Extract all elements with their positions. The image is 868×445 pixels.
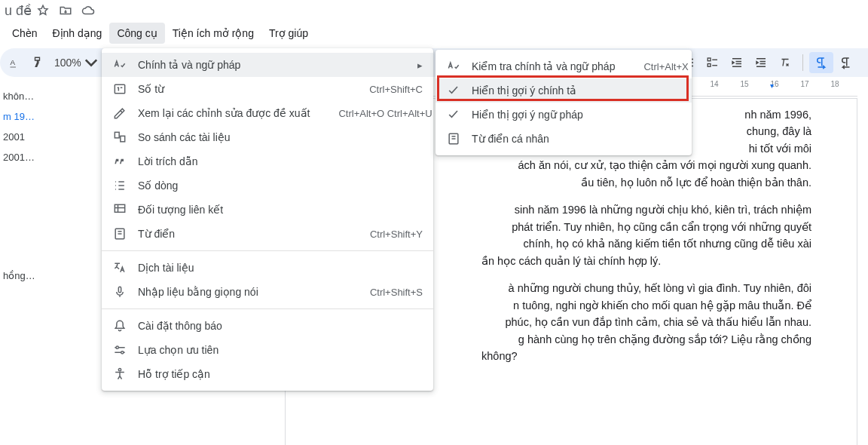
menu-label: Lời trích dẫn bbox=[138, 155, 423, 167]
spellcheck-icon bbox=[112, 57, 127, 72]
submenu-item-personal-dict[interactable]: Từ điển cá nhân bbox=[436, 127, 692, 151]
cloud-status-icon[interactable] bbox=[80, 2, 96, 19]
move-folder-icon[interactable] bbox=[57, 2, 74, 19]
checklist-icon[interactable] bbox=[701, 53, 724, 72]
star-icon[interactable] bbox=[35, 2, 51, 19]
ruler-label: 17 bbox=[800, 80, 808, 88]
menu-item-voice-typing[interactable]: Nhập liệu bằng giọng nói Ctrl+Shift+S bbox=[102, 280, 433, 304]
menu-extensions[interactable]: Tiện ích mở rộng bbox=[165, 23, 261, 44]
menu-tools[interactable]: Công cụ bbox=[109, 23, 164, 44]
svg-rect-2 bbox=[708, 64, 711, 67]
menu-item-preferences[interactable]: Lựa chọn ưu tiên bbox=[102, 338, 433, 362]
mic-icon bbox=[112, 284, 127, 299]
chevron-right-icon: ▸ bbox=[417, 60, 423, 71]
submenu-item-show-grammar[interactable]: Hiển thị gợi ý ngữ pháp bbox=[436, 103, 692, 127]
menu-label: Cài đặt thông báo bbox=[138, 320, 423, 332]
menu-item-linecount[interactable]: Số dòng bbox=[102, 173, 433, 198]
ruler-label: 14 bbox=[710, 80, 718, 88]
paint-format-icon[interactable] bbox=[27, 53, 50, 72]
svg-text:A: A bbox=[11, 58, 16, 66]
outline-item[interactable]: hồng … bbox=[0, 265, 39, 286]
ltr-icon[interactable] bbox=[809, 52, 833, 73]
document-outline: khôn… m 19… 2001 2001 … hồng … bbox=[0, 80, 44, 445]
clear-format-icon[interactable] bbox=[774, 53, 796, 72]
indent-decrease-icon[interactable] bbox=[726, 53, 748, 72]
bell-icon bbox=[112, 318, 127, 333]
menu-item-dictionary[interactable]: Từ điển Ctrl+Shift+Y bbox=[102, 222, 433, 246]
indent-increase-icon[interactable] bbox=[750, 53, 772, 72]
menu-shortcut: Ctrl+Alt+O Ctrl+Alt+U bbox=[320, 108, 432, 119]
tools-menu: Chính tả và ngữ pháp ▸ Số từ Ctrl+Shift+… bbox=[102, 48, 433, 391]
svg-rect-4 bbox=[115, 132, 119, 138]
spellcheck-icon[interactable]: A bbox=[5, 53, 27, 72]
menu-label: Kiểm tra chính tả và ngữ pháp bbox=[472, 60, 615, 72]
svg-point-9 bbox=[116, 346, 118, 348]
svg-rect-1 bbox=[708, 58, 711, 61]
submenu-item-show-spelling[interactable]: Hiển thị gợi ý chính tả bbox=[436, 78, 692, 103]
check-icon bbox=[446, 83, 461, 98]
menu-label: Hỗ trợ tiếp cận bbox=[138, 368, 423, 380]
list-numbered-icon bbox=[112, 178, 127, 193]
menu-label: Từ điển bbox=[138, 228, 341, 240]
menu-shortcut: Ctrl+Shift+Y bbox=[352, 229, 423, 240]
menu-item-wordcount[interactable]: Số từ Ctrl+Shift+C bbox=[102, 77, 433, 101]
menu-label: Chính tả và ngữ pháp bbox=[138, 59, 407, 71]
rtl-icon[interactable] bbox=[835, 53, 857, 72]
menu-item-accessibility[interactable]: Hỗ trợ tiếp cận bbox=[102, 362, 433, 386]
menu-label: Đối tượng liên kết bbox=[138, 204, 423, 216]
spelling-submenu: Kiểm tra chính tả và ngữ pháp Ctrl+Alt+X… bbox=[436, 50, 692, 155]
translate-icon bbox=[112, 260, 127, 275]
menu-item-citations[interactable]: Lời trích dẫn bbox=[102, 149, 433, 173]
compare-icon bbox=[112, 130, 127, 145]
quote-icon bbox=[112, 154, 127, 169]
menu-label: Số dòng bbox=[138, 180, 423, 192]
svg-point-10 bbox=[121, 351, 124, 354]
outline-item[interactable]: 2001 … bbox=[0, 147, 39, 167]
pencil-icon bbox=[112, 106, 127, 121]
check-icon bbox=[446, 107, 461, 122]
dictionary-icon bbox=[446, 131, 461, 146]
wordcount-icon bbox=[112, 81, 127, 97]
menu-item-linked-objects[interactable]: Đối tượng liên kết bbox=[102, 198, 433, 222]
ruler-label: 18 bbox=[830, 80, 839, 88]
menu-label: Hiển thị gợi ý chính tả bbox=[472, 84, 681, 97]
menu-item-notifications[interactable]: Cài đặt thông báo bbox=[102, 314, 433, 338]
titlebar: u đề bbox=[0, 0, 868, 21]
menu-shortcut: Ctrl+Shift+C bbox=[351, 84, 423, 95]
accessibility-icon bbox=[112, 367, 127, 382]
menu-insert[interactable]: Chèn bbox=[5, 23, 44, 44]
menu-help[interactable]: Trợ giúp bbox=[261, 23, 316, 44]
menu-item-translate[interactable]: Dịch tài liệu bbox=[102, 256, 433, 280]
linked-icon bbox=[112, 202, 127, 217]
menu-label: Từ điển cá nhân bbox=[472, 133, 681, 145]
menu-label: So sánh các tài liệu bbox=[138, 131, 423, 143]
svg-point-11 bbox=[118, 369, 121, 371]
svg-rect-8 bbox=[118, 287, 121, 293]
svg-rect-6 bbox=[115, 204, 124, 212]
spellcheck-icon bbox=[446, 59, 461, 74]
menu-label: Hiển thị gợi ý ngữ pháp bbox=[472, 109, 681, 121]
menubar: Chèn Định dạng Công cụ Tiện ích mở rộng … bbox=[0, 21, 868, 45]
dictionary-icon bbox=[112, 226, 127, 241]
menu-item-compare[interactable]: So sánh các tài liệu bbox=[102, 125, 433, 149]
menu-label: Lựa chọn ưu tiên bbox=[138, 344, 423, 356]
outline-item[interactable]: 2001 bbox=[0, 127, 39, 147]
sliders-icon bbox=[112, 342, 127, 358]
outline-item[interactable]: khôn… bbox=[0, 86, 39, 106]
menu-item-review-suggestions[interactable]: Xem lại các chỉnh sửa được đề xuất Ctrl+… bbox=[102, 101, 433, 125]
menu-label: Xem lại các chỉnh sửa được đề xuất bbox=[138, 107, 310, 119]
doc-title: u đề bbox=[0, 2, 32, 19]
ruler-label: 15 bbox=[740, 80, 748, 88]
menu-shortcut: Ctrl+Alt+X bbox=[625, 61, 688, 72]
menu-shortcut: Ctrl+Shift+S bbox=[352, 287, 423, 298]
submenu-item-check[interactable]: Kiểm tra chính tả và ngữ pháp Ctrl+Alt+X bbox=[436, 54, 692, 78]
menu-item-spelling-grammar[interactable]: Chính tả và ngữ pháp ▸ bbox=[102, 53, 433, 77]
zoom-select[interactable]: 100% bbox=[50, 56, 102, 69]
ruler-indent-marker[interactable]: ▾ bbox=[770, 81, 774, 90]
menu-label: Dịch tài liệu bbox=[138, 262, 423, 274]
menu-label: Nhập liệu bằng giọng nói bbox=[138, 286, 341, 298]
svg-rect-3 bbox=[115, 84, 124, 94]
menu-format[interactable]: Định dạng bbox=[44, 23, 109, 44]
zoom-value: 100% bbox=[54, 57, 81, 69]
outline-item[interactable]: m 19… bbox=[0, 106, 39, 127]
